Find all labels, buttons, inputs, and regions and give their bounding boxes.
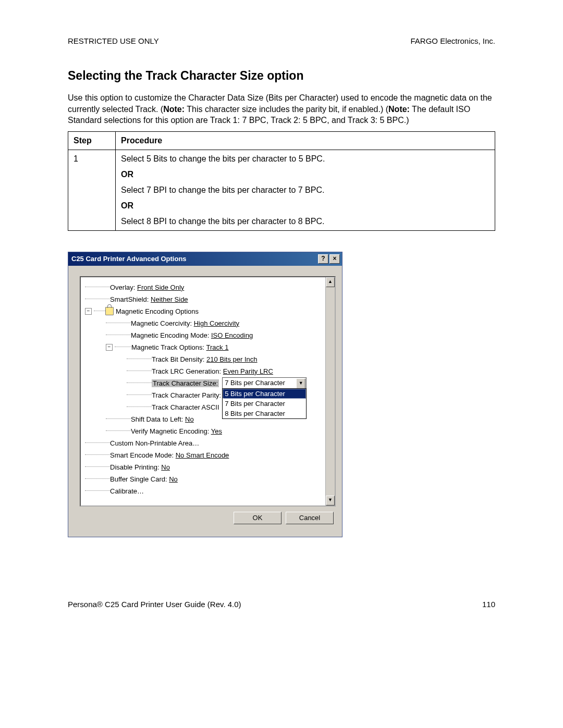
density-label: Track Bit Density: xyxy=(152,355,206,363)
section-title: Selecting the Track Character Size optio… xyxy=(68,69,495,83)
intro-paragraph: Use this option to customize the Charact… xyxy=(68,92,495,126)
coerc-value: High Coercivity xyxy=(194,319,239,327)
lock-icon xyxy=(105,307,114,315)
verify-label: Verify Magnetic Encoding: xyxy=(131,427,211,435)
overlay-label: Overlay: xyxy=(110,283,137,291)
th-procedure: Procedure xyxy=(116,131,495,150)
close-icon[interactable]: × xyxy=(329,254,340,264)
trackopt-label: Magnetic Track Options: xyxy=(131,343,206,351)
proc-line1: Select 5 Bits to change the bits per cha… xyxy=(121,154,325,163)
charsize-label: Track Character Size: xyxy=(152,379,219,387)
lrc-value: Even Parity LRC xyxy=(223,367,273,375)
collapse-icon[interactable]: − xyxy=(106,344,113,351)
dd-option-5bpc[interactable]: 5 Bits per Character xyxy=(223,389,306,399)
tree-item-buffer[interactable]: Buffer Single Card: No xyxy=(85,473,333,485)
dialog-window: C25 Card Printer Advanced Options ? × ▲ … xyxy=(68,252,342,537)
tree-item-track-options[interactable]: − Magnetic Track Options: Track 1 xyxy=(85,341,333,353)
mode-value: ISO Encoding xyxy=(211,331,253,339)
mag-options-label: Magnetic Encoding Options xyxy=(116,307,199,315)
dropdown-value: 7 Bits per Character xyxy=(223,378,306,388)
dd-option-7bpc[interactable]: 7 Bits per Character xyxy=(223,399,306,409)
tree-item-verify[interactable]: Verify Magnetic Encoding: Yes xyxy=(85,425,333,437)
buffer-value: No xyxy=(169,475,178,483)
cell-proc-1: Select 5 Bits to change the bits per cha… xyxy=(116,150,495,230)
dd-option-8bpc[interactable]: 8 Bits per Character xyxy=(223,409,306,418)
tree-panel: ▲ ▼ Overlay: Front Side Only SmartShield… xyxy=(80,276,336,507)
dialog-title: C25 Card Printer Advanced Options xyxy=(71,255,317,263)
char-size-dropdown[interactable]: 7 Bits per Character ▼ 5 Bits per Charac… xyxy=(222,377,307,389)
shift-value: No xyxy=(185,415,194,423)
intro-p2: This character size includes the parity … xyxy=(185,105,388,114)
title-bar[interactable]: C25 Card Printer Advanced Options ? × xyxy=(68,252,342,266)
cell-step-1: 1 xyxy=(68,150,116,230)
collapse-icon[interactable]: − xyxy=(85,308,92,315)
proc-line3: Select 8 BPI to change the bits per char… xyxy=(121,217,324,226)
cancel-button[interactable]: Cancel xyxy=(286,512,334,524)
tree-item-coercivity[interactable]: Magnetic Coercivity: High Coercivity xyxy=(85,317,333,329)
tree-item-enc-mode[interactable]: Magnetic Encoding Mode: ISO Encoding xyxy=(85,329,333,341)
footer-left: Persona® C25 Card Printer User Guide (Re… xyxy=(68,600,241,609)
note2: Note: xyxy=(388,105,410,114)
tree-item-overlay[interactable]: Overlay: Front Side Only xyxy=(85,281,333,293)
tree-item-lrc[interactable]: Track LRC Generation: Even Parity LRC xyxy=(85,365,333,377)
tree-item-smart-encode[interactable]: Smart Encode Mode: No Smart Encode xyxy=(85,449,333,461)
dropdown-list: 5 Bits per Character 7 Bits per Characte… xyxy=(222,388,307,419)
tree-item-smartshield[interactable]: SmartShield: Neither Side xyxy=(85,293,333,305)
or1: OR xyxy=(121,170,489,179)
tree-item-custom-np[interactable]: Custom Non-Printable Area… xyxy=(85,437,333,449)
smartenc-label: Smart Encode Mode: xyxy=(110,451,176,459)
proc-line2: Select 7 BPI to change the bits per char… xyxy=(121,186,324,194)
page-number: 110 xyxy=(482,600,495,609)
coerc-label: Magnetic Coercivity: xyxy=(131,319,194,327)
th-step: Step xyxy=(68,131,116,150)
procedure-table: Step Procedure 1 Select 5 Bits to change… xyxy=(68,131,495,231)
mode-label: Magnetic Encoding Mode: xyxy=(131,331,211,339)
calibrate-label: Calibrate… xyxy=(110,487,144,495)
charparity-label: Track Character Parity: xyxy=(152,391,221,399)
tree-item-disable-printing[interactable]: Disable Printing: No xyxy=(85,461,333,473)
smartshield-label: SmartShield: xyxy=(110,295,151,303)
header-left: RESTRICTED USE ONLY xyxy=(68,36,159,45)
disable-label: Disable Printing: xyxy=(110,463,161,471)
note1: Note: xyxy=(163,105,185,114)
smartenc-value: No Smart Encode xyxy=(176,451,229,459)
tree-item-char-size[interactable]: Track Character Size: 7 Bits per Charact… xyxy=(85,377,333,389)
header-right: FARGO Electronics, Inc. xyxy=(410,36,495,45)
shift-label: Shift Data to Left: xyxy=(131,415,185,423)
or2: OR xyxy=(121,201,489,211)
tree-item-bit-density[interactable]: Track Bit Density: 210 Bits per Inch xyxy=(85,353,333,365)
custom-np-label: Custom Non-Printable Area… xyxy=(110,439,199,447)
overlay-value: Front Side Only xyxy=(137,283,184,291)
verify-value: Yes xyxy=(211,427,222,435)
tree-item-calibrate[interactable]: Calibrate… xyxy=(85,485,333,497)
tree-item-mag-options[interactable]: − Magnetic Encoding Options xyxy=(85,305,333,317)
help-icon[interactable]: ? xyxy=(318,254,328,264)
disable-value: No xyxy=(161,463,170,471)
ok-button[interactable]: OK xyxy=(234,512,282,524)
lrc-label: Track LRC Generation: xyxy=(152,367,223,375)
buffer-label: Buffer Single Card: xyxy=(110,475,169,483)
density-value: 210 Bits per Inch xyxy=(206,355,258,363)
smartshield-value: Neither Side xyxy=(151,295,188,303)
charascii-label: Track Character ASCII xyxy=(152,403,219,411)
chevron-down-icon[interactable]: ▼ xyxy=(296,378,305,389)
trackopt-value: Track 1 xyxy=(206,343,229,351)
